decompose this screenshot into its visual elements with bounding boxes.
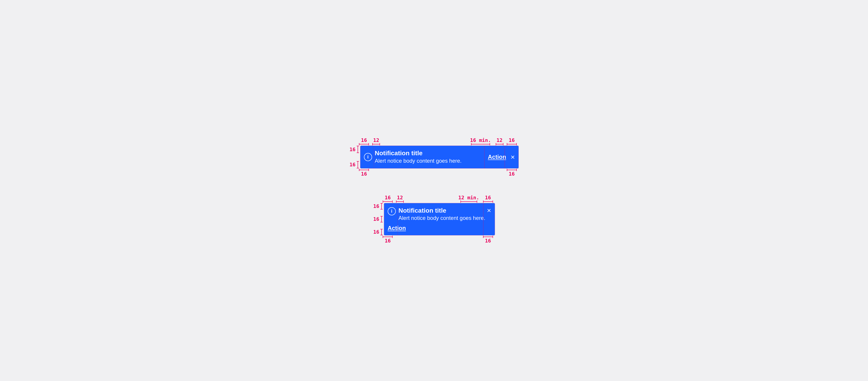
notification-body-1: Alert notice body content goes here. xyxy=(375,157,483,165)
notification-icon-1: i xyxy=(364,153,372,161)
notification-content-1: Notification title Alert notice body con… xyxy=(375,149,483,164)
notification-card-2: × i Notification title Alert notice body… xyxy=(384,203,495,235)
ann2-top-16-right: 16 xyxy=(485,195,491,200)
ann-left-16-top: 16 xyxy=(349,147,355,152)
diagram-2: 16 12 12 min. xyxy=(373,195,495,244)
notification-card-1: i Notification title Alert notice body c… xyxy=(360,146,519,168)
ann2-bottom-16-right: 16 xyxy=(485,238,491,244)
notification-content-2: Notification title Alert notice body con… xyxy=(399,207,491,222)
ann2-bottom-16-left: 16 xyxy=(385,238,391,244)
ann2-top-16-left: 16 xyxy=(385,195,391,200)
ann-top-12-left: 12 xyxy=(373,137,379,143)
ann-top-16-left: 16 xyxy=(361,137,367,143)
notification-action-2[interactable]: Action xyxy=(388,225,406,232)
diagram-1: 16 12 16 min. xyxy=(349,137,519,177)
notification-title-1: Notification title xyxy=(375,149,483,157)
notification-close-1[interactable]: × xyxy=(510,153,515,161)
notif-row-2: i Notification title Alert notice body c… xyxy=(388,207,491,222)
ann2-left-16-bottom: 16 xyxy=(373,229,379,235)
notification-body-2: Alert notice body content goes here. xyxy=(399,214,491,222)
ann-top-16-right: 16 xyxy=(509,137,515,143)
notification-icon-2: i xyxy=(388,207,396,215)
notification-action-1[interactable]: Action xyxy=(488,153,506,160)
ann2-top-12-left: 12 xyxy=(397,195,403,200)
notification-close-2[interactable]: × xyxy=(487,206,491,215)
ann-bottom-16-right: 16 xyxy=(509,171,515,177)
ann2-left-16-mid: 16 xyxy=(373,216,379,222)
ann-top-12-right: 12 xyxy=(497,137,503,143)
ann2-left-16-top: 16 xyxy=(373,203,379,209)
notification-title-2: Notification title xyxy=(399,207,491,215)
ann-bottom-16-left: 16 xyxy=(361,171,367,177)
ann2-top-12min: 12 min. xyxy=(458,195,479,200)
ann-top-16min: 16 min. xyxy=(470,137,491,143)
ann-left-16-bottom: 16 xyxy=(349,162,355,167)
